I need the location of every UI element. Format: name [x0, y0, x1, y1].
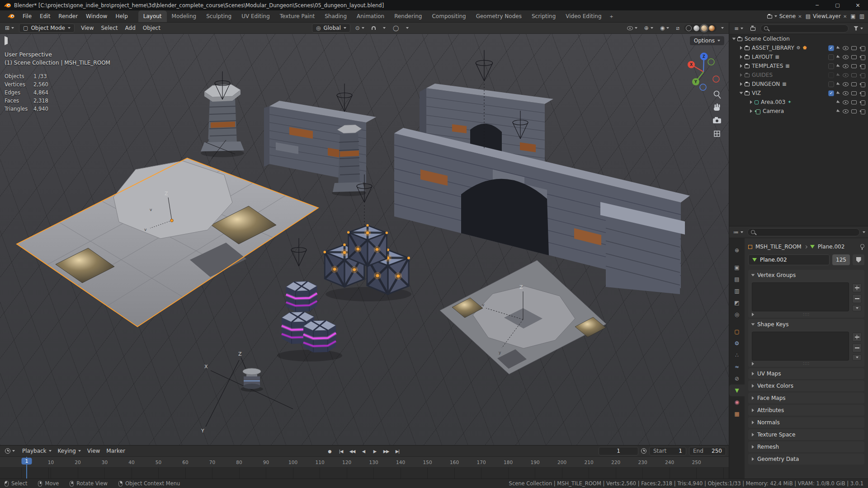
- options-dropdown[interactable]: Options: [690, 36, 724, 45]
- outliner-search-input[interactable]: [760, 24, 849, 33]
- tab-texture[interactable]: ▦: [729, 408, 745, 420]
- properties-options-icon[interactable]: [863, 231, 865, 233]
- selectable-icon[interactable]: [836, 64, 840, 68]
- subpanel-expand-icon[interactable]: [752, 362, 754, 366]
- selectable-icon[interactable]: [836, 100, 840, 104]
- editor-type-viewport[interactable]: ⊞: [3, 24, 16, 32]
- menu-item[interactable]: File: [19, 10, 36, 22]
- outliner-filter-button[interactable]: [851, 25, 865, 32]
- new-viewlayer-icon[interactable]: ▣: [850, 14, 855, 19]
- snap-settings-dropdown[interactable]: [381, 26, 388, 30]
- disable-viewport-icon[interactable]: [851, 109, 857, 113]
- zoom-icon[interactable]: [714, 91, 721, 99]
- disable-render-icon[interactable]: [859, 46, 865, 50]
- shape-keys-list[interactable]: [752, 332, 849, 361]
- expand-icon[interactable]: [740, 64, 742, 68]
- frame-end-field[interactable]: End250: [689, 447, 726, 455]
- shading-solid-button[interactable]: [693, 25, 699, 31]
- timeline-menu-item[interactable]: View: [84, 448, 103, 454]
- collection-checkbox[interactable]: [828, 81, 834, 87]
- outliner-row-area-003[interactable]: Area.003 ✦: [729, 98, 868, 107]
- outliner-row-layout[interactable]: LAYOUT ▦: [729, 52, 868, 61]
- panel-resize-grip[interactable]: ::::: [803, 361, 810, 366]
- outliner-row-viz[interactable]: VIZ: [729, 89, 868, 98]
- fake-user-button[interactable]: [853, 254, 864, 265]
- workspace-tab[interactable]: Scripting: [527, 10, 561, 22]
- expand-icon[interactable]: [750, 100, 752, 104]
- viewlayer-selector[interactable]: ▤ ViewLayer ✕: [806, 13, 847, 19]
- breadcrumb-object[interactable]: MSH_TILE_ROOM: [755, 244, 802, 250]
- editor-type-outliner[interactable]: ≡: [732, 25, 745, 32]
- cylinder-prop[interactable]: Z X Y: [201, 351, 293, 434]
- transport-button[interactable]: ●: [325, 447, 335, 455]
- disable-render-icon[interactable]: [859, 91, 865, 95]
- disable-render-icon[interactable]: [859, 100, 865, 104]
- tab-constraints[interactable]: ⊘: [729, 373, 745, 385]
- collapsed-panel[interactable]: UV Maps: [748, 368, 864, 379]
- expand-icon[interactable]: [740, 92, 743, 94]
- outliner-row-scene-collection[interactable]: Scene Collection: [729, 34, 868, 43]
- current-frame-field[interactable]: 1: [599, 447, 638, 455]
- proportional-editing-toggle[interactable]: ◯: [391, 24, 401, 32]
- floor-room-selected[interactable]: Z v v: [17, 158, 318, 327]
- remove-shape-key-button[interactable]: [852, 343, 862, 352]
- transport-button[interactable]: ◀: [359, 447, 368, 455]
- hide-eye-icon[interactable]: [843, 46, 849, 50]
- collapsed-panel[interactable]: Normals: [748, 417, 864, 428]
- outliner-row-dungeon[interactable]: DUNGEON ▦: [729, 80, 868, 89]
- disable-render-icon[interactable]: [859, 73, 865, 77]
- expand-icon[interactable]: [740, 55, 742, 59]
- expand-icon[interactable]: [750, 109, 752, 113]
- shading-material-button[interactable]: [701, 25, 707, 31]
- visibility-dropdown[interactable]: [625, 25, 640, 31]
- tab-view-layer[interactable]: ▥: [729, 285, 745, 297]
- subpanel-expand-icon[interactable]: [752, 313, 754, 316]
- add-vertex-group-button[interactable]: [852, 283, 862, 292]
- menu-item[interactable]: Window: [82, 10, 111, 22]
- vertex-group-specials-menu[interactable]: [852, 305, 862, 311]
- collapsed-panel[interactable]: Vertex Colors: [748, 380, 864, 391]
- tab-object[interactable]: ▢: [729, 326, 745, 338]
- collapsed-panel[interactable]: Geometry Data: [748, 454, 864, 465]
- add-shape-key-button[interactable]: [852, 333, 862, 342]
- disable-viewport-icon[interactable]: [851, 55, 857, 59]
- menu-item[interactable]: Render: [54, 10, 82, 22]
- collection-checkbox[interactable]: [828, 45, 834, 51]
- timeline-track[interactable]: [0, 468, 729, 479]
- hide-eye-icon[interactable]: [843, 82, 849, 86]
- menu-item[interactable]: Help: [111, 10, 132, 22]
- selectable-icon[interactable]: [836, 55, 840, 59]
- selectable-icon[interactable]: [836, 73, 840, 77]
- floor-tile-right[interactable]: Z v y: [440, 260, 606, 374]
- collection-checkbox[interactable]: [828, 63, 834, 69]
- mode-dropdown[interactable]: ▢ Object Mode: [19, 23, 75, 33]
- workspace-tab[interactable]: Shading: [320, 10, 352, 22]
- hide-eye-icon[interactable]: [843, 55, 849, 59]
- workspace-tab[interactable]: Video Editing: [561, 10, 606, 22]
- outliner-row-asset-library[interactable]: ASSET_LIBRARY ⚙ ⬟: [729, 43, 868, 52]
- disable-render-icon[interactable]: [859, 82, 865, 86]
- grid-ortho-icon[interactable]: [714, 131, 720, 136]
- viewport-menu-item[interactable]: Add: [122, 25, 139, 31]
- vertex-groups-list[interactable]: [752, 282, 849, 311]
- navigation-gizmo[interactable]: Z X Y: [688, 53, 719, 91]
- copy-settings-icon[interactable]: ▥: [859, 14, 864, 19]
- transport-button[interactable]: |◀: [336, 447, 346, 455]
- workspace-tab[interactable]: Texture Paint: [275, 10, 320, 22]
- playhead-frame-label[interactable]: 1: [22, 458, 32, 465]
- tab-object-data[interactable]: ▼: [729, 385, 745, 396]
- expand-icon[interactable]: [740, 82, 742, 86]
- proportional-falloff-dropdown[interactable]: [404, 26, 411, 30]
- editor-type-timeline[interactable]: [3, 447, 17, 455]
- panel-header-vertex-groups[interactable]: Vertex Groups: [748, 270, 864, 281]
- collapsed-panel[interactable]: Attributes: [748, 405, 864, 416]
- collection-checkbox[interactable]: [828, 90, 834, 96]
- hide-eye-icon[interactable]: [843, 109, 849, 113]
- disable-viewport-icon[interactable]: [851, 73, 857, 77]
- transport-button[interactable]: ◀◀: [347, 447, 357, 455]
- tab-modifiers[interactable]: ⚙: [729, 338, 745, 349]
- collection-checkbox[interactable]: [828, 72, 834, 78]
- selectable-icon[interactable]: [836, 46, 840, 50]
- collapsed-panel[interactable]: Remesh: [748, 441, 864, 452]
- tab-output[interactable]: ▤: [729, 273, 745, 285]
